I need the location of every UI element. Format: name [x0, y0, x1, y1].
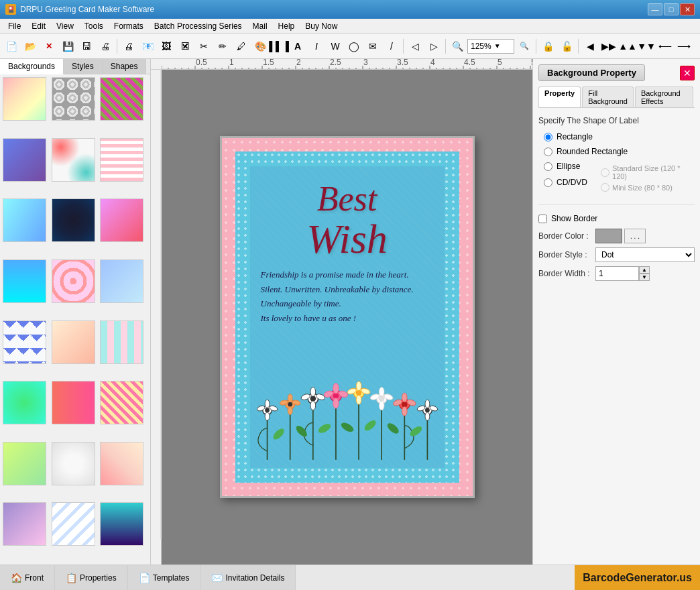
bg-thumb-12[interactable] — [100, 259, 143, 303]
tb-image[interactable]: 🖼 — [158, 38, 175, 55]
panel-close-button[interactable]: ✕ — [680, 66, 695, 80]
bg-thumb-24[interactable] — [100, 502, 143, 546]
tb-shape[interactable]: ◯ — [345, 38, 363, 55]
bg-thumb-3[interactable] — [100, 77, 143, 121]
menu-file[interactable]: File — [3, 20, 26, 32]
bottom-tab-front[interactable]: 🏠 Front — [0, 565, 55, 590]
tb-pen[interactable]: 🖊 — [233, 38, 250, 55]
tb-back[interactable]: ◀ — [581, 38, 599, 55]
tb-word[interactable]: W — [327, 38, 344, 55]
bottom-tab-properties[interactable]: 📋 Properties — [55, 565, 128, 590]
bg-thumb-5[interactable] — [52, 138, 95, 182]
tb-save[interactable]: 💾 — [59, 38, 76, 55]
bg-thumb-14[interactable] — [52, 320, 95, 364]
bg-thumb-10[interactable] — [3, 259, 46, 303]
radio-ellipse-label[interactable]: Ellipse — [557, 162, 580, 171]
border-style-select[interactable]: Dot Dash Solid Double — [595, 247, 695, 262]
menu-help[interactable]: Help — [273, 20, 300, 32]
tb-fwd[interactable]: ▶▶ — [600, 38, 618, 55]
bg-thumb-11[interactable] — [52, 259, 95, 303]
menu-edit[interactable]: Edit — [26, 20, 51, 32]
tb-up[interactable]: ▲▲ — [619, 38, 636, 55]
bg-thumb-13[interactable] — [3, 320, 46, 364]
bg-thumb-2[interactable] — [52, 77, 95, 121]
bg-thumb-23[interactable] — [52, 502, 95, 546]
canvas-viewport[interactable]: Best Wish Friendship is a promise made i… — [162, 70, 532, 565]
show-border-label[interactable]: Show Border — [551, 214, 597, 223]
bg-thumb-20[interactable] — [52, 442, 95, 485]
tab-backgrounds[interactable]: Backgrounds — [0, 59, 64, 74]
border-color-swatch[interactable] — [595, 229, 622, 243]
radio-cddvd[interactable] — [544, 178, 552, 187]
tb-zoomout[interactable]: 🔍 — [516, 38, 533, 55]
bg-thumb-18[interactable] — [100, 381, 143, 424]
radio-mini-size[interactable] — [601, 183, 609, 192]
radio-cddvd-label[interactable]: CD/DVD — [557, 178, 587, 187]
bg-thumb-6[interactable] — [100, 138, 143, 182]
bg-thumb-16[interactable] — [3, 381, 46, 424]
menu-buynow[interactable]: Buy Now — [300, 20, 343, 32]
tb-unlock[interactable]: 🔓 — [558, 38, 575, 55]
tb-print[interactable]: 🖨 — [97, 38, 114, 55]
bg-thumb-19[interactable] — [3, 442, 46, 485]
menu-batch[interactable]: Batch Processing Series — [149, 20, 247, 32]
bg-thumb-1[interactable] — [3, 77, 46, 121]
tb-paint[interactable]: 🎨 — [251, 38, 269, 55]
tb-mail[interactable]: ✉ — [364, 38, 382, 55]
menu-formats[interactable]: Formats — [109, 20, 149, 32]
bg-thumb-15[interactable] — [100, 320, 143, 364]
bg-thumb-7[interactable] — [3, 198, 46, 242]
radio-rectangle-label[interactable]: Rectangle — [557, 132, 593, 141]
bg-thumb-22[interactable] — [3, 502, 46, 546]
border-color-picker-btn[interactable]: . . . — [624, 229, 646, 243]
bg-thumb-8[interactable] — [52, 198, 95, 242]
radio-rounded[interactable] — [544, 148, 552, 156]
show-border-checkbox[interactable] — [538, 215, 547, 223]
bg-thumb-4[interactable] — [3, 138, 46, 182]
tb-img2[interactable]: 🗷 — [176, 38, 194, 55]
maximize-button[interactable]: □ — [664, 3, 679, 15]
radio-ellipse[interactable] — [544, 162, 552, 171]
bg-thumb-21[interactable] — [100, 442, 143, 485]
tb-open[interactable]: 📂 — [21, 38, 39, 55]
close-button[interactable]: ✕ — [680, 3, 695, 15]
tb-down[interactable]: ▼▼ — [638, 38, 655, 55]
tb-cut[interactable]: ✂ — [195, 38, 213, 55]
tb-pencil[interactable]: ✏ — [214, 38, 231, 55]
tb-print2[interactable]: 🖨 — [120, 38, 137, 55]
tab-fill-background[interactable]: Fill Background — [582, 86, 634, 107]
tab-styles[interactable]: Styles — [64, 59, 103, 74]
tab-property[interactable]: Property — [538, 86, 581, 107]
tb-zoomin[interactable]: 🔍 — [449, 38, 466, 55]
bg-thumb-9[interactable] — [100, 198, 143, 242]
width-up-btn[interactable]: ▲ — [639, 266, 650, 274]
barcode-text: BarcodeGenerator.us — [583, 572, 692, 584]
tab-shapes[interactable]: Shapes — [103, 59, 147, 74]
tb-flip[interactable]: ⟵ — [656, 38, 674, 55]
tb-prev[interactable]: ◁ — [406, 38, 424, 55]
bg-thumb-17[interactable] — [52, 381, 95, 424]
tb-close-doc[interactable]: ✕ — [40, 38, 58, 55]
tb-new[interactable]: 📄 — [3, 38, 20, 55]
tb-email[interactable]: 📧 — [139, 38, 156, 55]
bottom-tab-templates[interactable]: 📄 Templates — [128, 565, 201, 590]
tb-lock[interactable]: 🔒 — [539, 38, 557, 55]
tb-text[interactable]: A — [289, 38, 306, 55]
minimize-button[interactable]: — — [648, 3, 662, 15]
menu-view[interactable]: View — [51, 20, 79, 32]
tb-save2[interactable]: 🖫 — [78, 38, 95, 55]
tb-barcode[interactable]: ▌▌▐ — [270, 38, 288, 55]
tb-line[interactable]: / — [383, 38, 400, 55]
radio-standard-size[interactable] — [601, 168, 609, 177]
bottom-tab-invitation[interactable]: ✉️ Invitation Details — [200, 565, 296, 590]
width-down-btn[interactable]: ▼ — [639, 274, 650, 281]
menu-tools[interactable]: Tools — [79, 20, 109, 32]
radio-rectangle[interactable] — [544, 133, 552, 141]
border-width-input[interactable] — [595, 266, 639, 281]
menu-mail[interactable]: Mail — [247, 20, 273, 32]
tab-background-effects[interactable]: Background Effects — [635, 86, 693, 107]
tb-next[interactable]: ▷ — [425, 38, 443, 55]
tb-text2[interactable]: I — [308, 38, 325, 55]
tb-flip2[interactable]: ⟶ — [675, 38, 693, 55]
radio-rounded-label[interactable]: Rounded Rectangle — [557, 147, 628, 156]
